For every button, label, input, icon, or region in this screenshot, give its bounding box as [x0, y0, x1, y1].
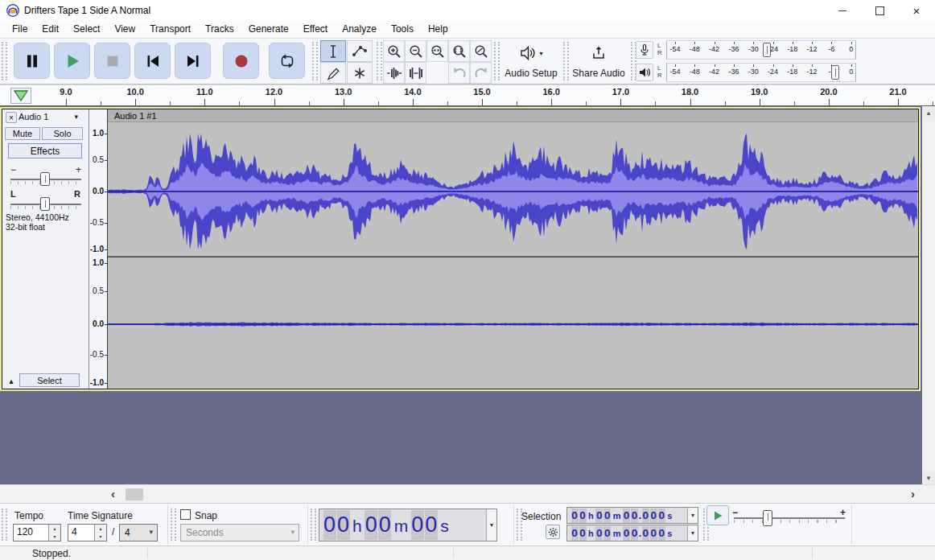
audio-setup-button[interactable]: ▾ Audio Setup	[500, 42, 562, 81]
solo-button[interactable]: Solo	[42, 127, 83, 140]
record-meter-mic-button[interactable]	[636, 41, 653, 59]
zoom-toggle-button[interactable]	[470, 40, 492, 62]
track-area[interactable]: × Audio 1 ▾ Mute Solo Effects − + L R	[0, 106, 935, 484]
time-signature-grip[interactable]	[2, 509, 7, 541]
edit-grip[interactable]	[377, 42, 382, 80]
menu-analyze[interactable]: Analyze	[335, 21, 384, 38]
pause-button[interactable]	[14, 43, 50, 79]
playback-meter-l-label: L	[657, 64, 665, 72]
meter-volume-slider-thumb[interactable]	[763, 43, 771, 57]
scroll-down-arrow[interactable]: ▾	[922, 471, 935, 484]
track-close-button[interactable]: ×	[6, 112, 17, 123]
waveform-zone[interactable]: Audio 1 #1	[108, 109, 918, 389]
scroll-up-arrow[interactable]: ▴	[922, 106, 935, 119]
tempo-spin-up-icon[interactable]: ▴	[49, 525, 60, 533]
selection-start-field[interactable]: 00h00m00.000s ▾	[566, 507, 698, 524]
scroll-left-arrow[interactable]: ‹	[111, 487, 115, 500]
timeline-ruler[interactable]: 9.010.011.012.013.014.015.016.017.018.01…	[0, 84, 935, 106]
menu-help[interactable]: Help	[421, 21, 455, 38]
menu-transport[interactable]: Transport	[142, 21, 198, 38]
selection-settings-button[interactable]	[546, 525, 560, 539]
time-grip[interactable]	[311, 509, 316, 541]
vertical-ruler[interactable]: 1.00.50.0-0.5-1.01.00.50.0-0.5-1.0	[89, 109, 108, 389]
tempo-spinner[interactable]: ▴▾	[48, 525, 60, 541]
track-name-button[interactable]: Audio 1 ▾	[19, 112, 81, 124]
ts-spin-up-icon[interactable]: ▴	[95, 525, 106, 533]
time-signature-upper-input[interactable]: 4 ▴▾	[68, 524, 107, 541]
selection-tool-button[interactable]	[320, 40, 346, 62]
loop-button[interactable]	[269, 43, 305, 79]
playback-meter-speaker-button[interactable]	[636, 64, 653, 81]
multi-tool-button[interactable]	[347, 62, 373, 84]
horizontal-scrollbar[interactable]: ‹ ›	[0, 484, 935, 503]
multi-tool-icon	[352, 65, 368, 81]
mute-button[interactable]: Mute	[5, 127, 40, 140]
record-button[interactable]	[223, 43, 259, 79]
selection-end-field[interactable]: 00h00m00.000s ▾	[566, 525, 698, 541]
clip-header[interactable]: Audio 1 #1	[108, 109, 918, 122]
waveform-svg[interactable]	[108, 122, 918, 389]
stop-button[interactable]	[94, 43, 130, 79]
audio-position-display[interactable]: 00h00m00s ▾	[319, 509, 497, 541]
timeline-scale[interactable]: 9.010.011.012.013.014.015.016.017.018.01…	[0, 85, 935, 105]
snap-checkbox[interactable]	[180, 509, 191, 520]
collapse-track-button[interactable]: ▲	[5, 375, 18, 387]
redo-button[interactable]	[470, 62, 492, 84]
menu-select[interactable]: Select	[66, 21, 107, 38]
transport-grip[interactable]	[2, 42, 7, 80]
menu-edit[interactable]: Edit	[35, 21, 66, 38]
record-meter[interactable]: -54-48-42-36-30-24-18-12-60	[666, 40, 856, 60]
undo-button[interactable]	[448, 62, 470, 84]
speed-slider-thumb[interactable]	[763, 510, 772, 526]
menu-tools[interactable]: Tools	[384, 21, 421, 38]
track-select-button[interactable]: Select	[19, 373, 80, 387]
tools-grip[interactable]	[312, 42, 318, 80]
effects-button[interactable]: Effects	[8, 143, 82, 159]
share-audio-button[interactable]: Share Audio	[568, 42, 629, 81]
zoom-out-button[interactable]	[405, 40, 426, 62]
speed-slider-track[interactable]	[734, 517, 845, 519]
silence-audio-button[interactable]	[405, 62, 426, 84]
time-signature-lower-select[interactable]: 4 ▾	[119, 524, 158, 541]
menu-effect[interactable]: Effect	[296, 21, 335, 38]
selection-start-caret[interactable]: ▾	[687, 508, 698, 523]
playback-meter[interactable]: -54-48-42-36-30-24-18-12-60	[666, 63, 856, 82]
draw-tool-button[interactable]	[320, 62, 346, 84]
tempo-spin-down-icon[interactable]: ▾	[49, 533, 60, 541]
gain-slider-thumb[interactable]	[40, 172, 50, 186]
snap-grip[interactable]	[171, 509, 176, 541]
minimize-button[interactable]	[824, 0, 861, 21]
scroll-right-arrow[interactable]: ›	[911, 487, 915, 500]
skip-start-icon	[144, 52, 162, 70]
menu-file[interactable]: File	[5, 21, 35, 38]
menu-view[interactable]: View	[107, 21, 142, 38]
pan-slider-thumb[interactable]	[40, 197, 50, 211]
time-unit: s	[665, 526, 673, 541]
zoom-fit-button[interactable]	[448, 40, 470, 62]
vruler-label: 0.5	[93, 286, 104, 295]
play-button[interactable]	[54, 43, 90, 79]
close-button[interactable]: ×	[898, 0, 935, 21]
selection-end-caret[interactable]: ▾	[687, 525, 698, 541]
selection-label: Selection	[521, 511, 561, 522]
menu-generate[interactable]: Generate	[241, 21, 296, 38]
maximize-button[interactable]	[861, 0, 898, 21]
ts-spin-down-icon[interactable]: ▾	[95, 533, 106, 541]
vruler-tick	[105, 383, 107, 384]
tempo-input[interactable]: 120 ▴▾	[13, 524, 61, 541]
audio-setup-grip[interactable]	[494, 42, 500, 80]
horizontal-scroll-thumb[interactable]	[126, 488, 143, 500]
skip-to-start-button[interactable]	[134, 43, 171, 79]
meter-volume-slider-thumb[interactable]	[831, 65, 839, 80]
zoom-in-button[interactable]	[383, 40, 405, 62]
zoom-selection-button[interactable]	[426, 40, 448, 62]
envelope-tool-button[interactable]	[347, 40, 373, 62]
time-format-caret[interactable]: ▾	[486, 509, 496, 541]
skip-to-end-button[interactable]	[175, 43, 211, 79]
snap-mode-select[interactable]: Seconds ▾	[180, 524, 299, 541]
time-signature-spinner[interactable]: ▴▾	[94, 525, 106, 541]
trim-audio-button[interactable]	[383, 62, 405, 84]
vertical-scrollbar[interactable]: ▴ ▾	[922, 106, 935, 484]
play-at-speed-button[interactable]	[706, 505, 729, 525]
menu-tracks[interactable]: Tracks	[198, 21, 241, 38]
